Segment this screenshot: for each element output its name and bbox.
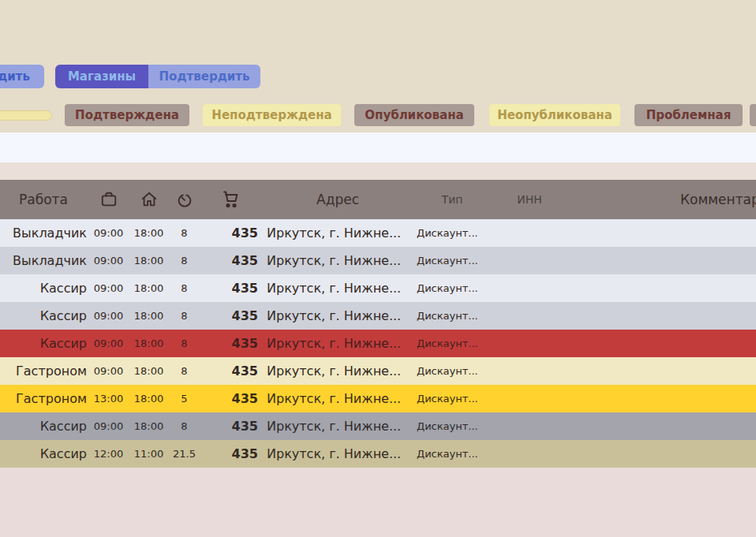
cell-address: Иркутск, г. Нижне...: [267, 364, 409, 379]
table-header: Работа: [0, 180, 756, 219]
yellow-pill-indicator: [0, 110, 52, 121]
table-row[interactable]: Кассир 09:00 18:00 8 435 Иркутск, г. Ниж…: [0, 412, 756, 440]
filter-label: Неопубликована: [497, 108, 612, 122]
cell-store: 435: [201, 391, 258, 406]
filter-button-partial[interactable]: [750, 104, 756, 126]
cell-address: Иркутск, г. Нижне...: [267, 281, 409, 296]
cell-job: Кассир: [0, 336, 87, 351]
cell-address: Иркутск, г. Нижне...: [267, 253, 409, 268]
column-header-type[interactable]: Тип: [417, 193, 488, 206]
filter-label: Проблемная: [646, 108, 732, 122]
toolbar-button-cutoff[interactable]: дить: [0, 65, 44, 88]
table-row[interactable]: Выкладчик 09:00 18:00 8 435 Иркутск, г. …: [0, 247, 756, 274]
cell-job: Гастроном: [0, 391, 87, 406]
filter-button-problemnaya[interactable]: Проблемная: [634, 104, 743, 126]
table-row[interactable]: Кассир 09:00 18:00 8 435 Иркутск, г. Ниж…: [0, 302, 756, 330]
filter-button-nepodtverzhdena[interactable]: Неподтверждена: [203, 104, 341, 126]
cell-end: 18:00: [130, 227, 167, 239]
cart-icon: [220, 190, 239, 209]
column-header-job[interactable]: Работа: [0, 192, 87, 207]
light-band: [0, 132, 756, 162]
cell-start: 09:00: [87, 282, 130, 294]
cell-store: 435: [201, 364, 258, 379]
cell-type: Дискаунт...: [417, 448, 488, 460]
top-area: дить Магазины Подтвердить Подтверждена Н…: [0, 0, 756, 132]
cell-hours: 8: [167, 337, 201, 349]
cell-job: Кассир: [0, 446, 87, 461]
cell-start: 12:00: [87, 448, 130, 460]
column-header-end[interactable]: [130, 191, 167, 208]
cell-address: Иркутск, г. Нижне...: [267, 226, 409, 241]
cell-hours: 8: [167, 420, 201, 432]
cell-type: Дискаунт...: [417, 310, 488, 322]
column-header-address[interactable]: Адрес: [267, 192, 409, 207]
filter-label: Подтверждена: [75, 108, 179, 122]
cell-job: Кассир: [0, 308, 87, 323]
cell-job: Выкладчик: [0, 253, 87, 268]
cell-type: Дискаунт...: [417, 393, 488, 405]
toolbar-button-podtverdit-label: Подтвердить: [159, 69, 250, 84]
cell-start: 13:00: [87, 393, 130, 405]
cell-start: 09:00: [87, 310, 130, 322]
filter-button-neopublikovana[interactable]: Неопубликована: [489, 104, 620, 126]
cell-store: 435: [201, 308, 258, 323]
cell-start: 09:00: [87, 365, 130, 377]
cell-type: Дискаунт...: [417, 365, 488, 377]
cell-address: Иркутск, г. Нижне...: [267, 446, 409, 461]
cell-hours: 8: [167, 310, 201, 322]
table-row[interactable]: Кассир 12:00 11:00 21.5 435 Иркутск, г. …: [0, 440, 756, 468]
cell-address: Иркутск, г. Нижне...: [267, 336, 409, 351]
table-row[interactable]: Выкладчик 09:00 18:00 8 435 Иркутск, г. …: [0, 219, 756, 247]
timer-icon: [176, 191, 193, 208]
cell-start: 09:00: [87, 420, 130, 432]
table-row[interactable]: Гастроном 13:00 18:00 5 435 Иркутск, г. …: [0, 385, 756, 412]
toolbar-button-magaziny[interactable]: Магазины: [55, 65, 148, 88]
filter-button-podtverzhdena[interactable]: Подтверждена: [65, 104, 189, 126]
cell-hours: 8: [167, 282, 201, 294]
cell-job: Кассир: [0, 281, 87, 296]
cell-job: Кассир: [0, 419, 87, 434]
cell-hours: 8: [167, 255, 201, 267]
cell-hours: 8: [167, 365, 201, 377]
cell-end: 18:00: [130, 337, 167, 349]
cell-store: 435: [201, 226, 258, 241]
toolbar-button-cutoff-label: дить: [0, 69, 30, 84]
column-header-inn[interactable]: ИНН: [488, 193, 571, 206]
cell-type: Дискаунт...: [417, 255, 488, 267]
filter-label: Опубликована: [365, 108, 463, 122]
cell-end: 18:00: [130, 365, 167, 377]
cell-address: Иркутск, г. Нижне...: [267, 419, 409, 434]
column-header-start[interactable]: [87, 191, 130, 208]
cell-hours: 21.5: [167, 448, 201, 460]
cell-type: Дискаунт...: [417, 282, 488, 294]
filter-label: Неподтверждена: [211, 108, 331, 122]
cell-start: 09:00: [87, 255, 130, 267]
table-row[interactable]: Кассир 09:00 18:00 8 435 Иркутск, г. Ниж…: [0, 274, 756, 302]
filter-button-opublikovana[interactable]: Опубликована: [354, 104, 474, 126]
cell-start: 09:00: [87, 337, 130, 349]
table-row[interactable]: Гастроном 09:00 18:00 8 435 Иркутск, г. …: [0, 357, 756, 385]
cell-type: Дискаунт...: [417, 337, 488, 349]
toolbar-button-podtverdit[interactable]: Подтвердить: [148, 65, 260, 88]
cell-job: Выкладчик: [0, 226, 87, 241]
toolbar-button-magaziny-label: Магазины: [68, 69, 136, 84]
cell-store: 435: [201, 419, 258, 434]
table-body: Выкладчик 09:00 18:00 8 435 Иркутск, г. …: [0, 219, 756, 468]
gap-band: [0, 162, 756, 180]
column-header-comment[interactable]: Комментарий: [571, 192, 756, 207]
home-icon: [140, 191, 158, 208]
cell-store: 435: [201, 281, 258, 296]
cell-store: 435: [201, 446, 258, 461]
table-row[interactable]: Кассир 09:00 18:00 8 435 Иркутск, г. Ниж…: [0, 330, 756, 357]
cell-end: 18:00: [130, 420, 167, 432]
cell-start: 09:00: [87, 227, 130, 239]
cell-type: Дискаунт...: [417, 420, 488, 432]
column-header-hours[interactable]: [167, 191, 201, 208]
cell-end: 11:00: [130, 448, 167, 460]
column-header-store[interactable]: [201, 190, 258, 209]
cell-store: 435: [201, 253, 258, 268]
cell-store: 435: [201, 336, 258, 351]
cell-address: Иркутск, г. Нижне...: [267, 391, 409, 406]
bottom-area: [0, 468, 756, 537]
cell-type: Дискаунт...: [417, 227, 488, 239]
